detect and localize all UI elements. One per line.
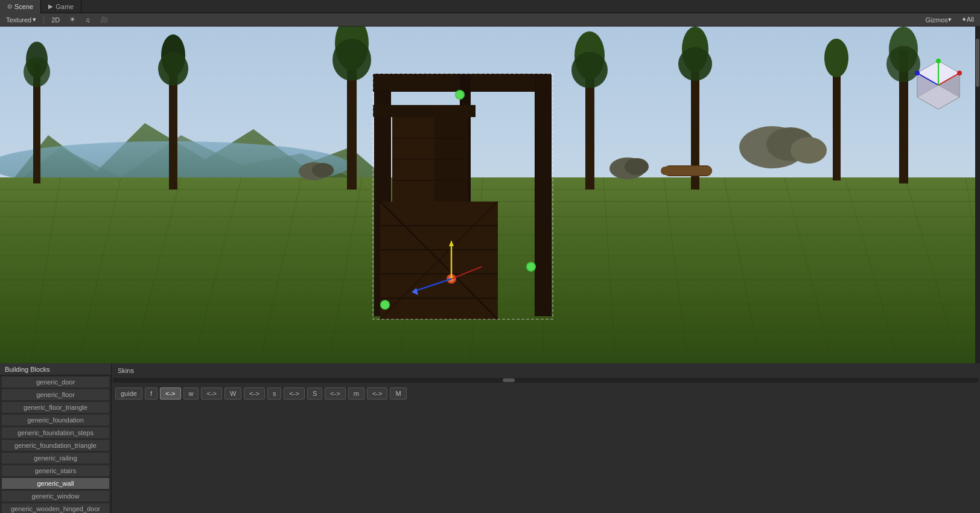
svg-line-27 <box>845 177 899 363</box>
textured-label: Textured <box>6 16 31 24</box>
game-tab-icon: ▶ <box>48 3 53 10</box>
light-btn[interactable]: ☀ <box>67 14 78 25</box>
sidebar-item-generic_window[interactable]: generic_window <box>1 490 110 502</box>
svg-marker-96 <box>917 73 938 97</box>
skin-btn-arrow2[interactable]: <-> <box>201 387 222 400</box>
skin-btn-S[interactable]: S <box>307 387 322 400</box>
svg-rect-59 <box>374 75 391 316</box>
svg-rect-36 <box>347 45 357 190</box>
svg-point-32 <box>24 57 50 87</box>
skin-btn-m[interactable]: m <box>348 387 364 400</box>
gizmos-btn[interactable]: Gizmos ▾ <box>923 14 953 25</box>
view-2d-btn[interactable]: 2D <box>49 14 62 25</box>
textured-dropdown[interactable]: Textured ▾ <box>4 14 39 25</box>
sidebar-header: Building Blocks <box>0 363 111 375</box>
camera-btn[interactable]: 🎥 <box>98 14 111 25</box>
sidebar-item-generic_wall[interactable]: generic_wall <box>1 477 110 489</box>
all-btn[interactable]: ✦All <box>959 14 976 25</box>
svg-marker-82 <box>450 276 453 281</box>
skin-btn-arrow5[interactable]: <-> <box>325 387 346 400</box>
tab-game-label: Game <box>56 3 74 10</box>
svg-point-101 <box>936 59 941 63</box>
sidebar-item-generic_floor_triangle[interactable]: generic_floor_triangle <box>1 401 110 413</box>
sidebar-item-generic_door[interactable]: generic_door <box>1 376 110 388</box>
sidebar-title: Building Blocks <box>5 366 50 373</box>
svg-line-25 <box>724 177 760 363</box>
sidebar-item-generic_foundation[interactable]: generic_foundation <box>1 414 110 426</box>
skin-btn-guide[interactable]: guide <box>115 387 142 400</box>
svg-rect-57 <box>664 165 712 176</box>
scroll-thumb[interactable] <box>503 378 515 382</box>
svg-rect-60 <box>375 75 390 316</box>
tab-scene-label: Scene <box>14 3 33 10</box>
skin-btn-arrow3[interactable]: <-> <box>244 387 265 400</box>
svg-marker-97 <box>938 73 959 97</box>
textured-dropdown-arrow: ▾ <box>33 16 36 24</box>
svg-rect-79 <box>373 74 553 319</box>
audio-icon: ♫ <box>85 16 90 24</box>
scene-svg <box>0 27 980 363</box>
svg-line-18 <box>259 177 302 363</box>
all-label: ✦All <box>961 16 974 24</box>
scroll-track[interactable] <box>113 378 979 383</box>
svg-rect-42 <box>691 51 699 190</box>
svg-line-87 <box>451 267 482 279</box>
svg-rect-61 <box>373 74 551 92</box>
svg-point-40 <box>574 31 605 80</box>
svg-point-43 <box>682 27 708 72</box>
svg-point-55 <box>766 127 815 161</box>
skin-btn-f[interactable]: f <box>145 387 158 400</box>
skin-btn-M[interactable]: M <box>390 387 406 400</box>
skin-btn-s[interactable]: s <box>267 387 282 400</box>
svg-point-81 <box>448 275 455 282</box>
svg-line-16 <box>133 177 181 363</box>
sidebar-item-generic_foundation_steps[interactable]: generic_foundation_steps <box>1 427 110 439</box>
svg-point-51 <box>312 163 334 177</box>
sidebar-item-generic_railing[interactable]: generic_railing <box>1 452 110 464</box>
audio-btn[interactable]: ♫ <box>83 14 92 25</box>
skins-label: Skins <box>118 367 134 374</box>
svg-marker-86 <box>412 288 418 295</box>
camera-icon: 🎥 <box>100 16 109 24</box>
svg-line-19 <box>329 177 362 363</box>
svg-point-35 <box>158 52 188 86</box>
svg-marker-2 <box>0 135 392 196</box>
svg-line-28 <box>905 177 959 363</box>
svg-point-52 <box>609 158 646 179</box>
svg-point-56 <box>791 137 827 164</box>
sidebar: Building Blocks generic_doorgeneric_floo… <box>0 363 112 513</box>
sidebar-list: generic_doorgeneric_floorgeneric_floor_t… <box>0 375 111 513</box>
view-2d-label: 2D <box>51 16 60 24</box>
svg-rect-74 <box>392 117 465 202</box>
skin-btn-arrow4[interactable]: <-> <box>284 387 305 400</box>
skin-btn-w[interactable]: w <box>183 387 199 400</box>
svg-line-73 <box>380 202 498 319</box>
main-content: Skins guidef<->w<->W<->s<->S<->m<->M <box>112 363 980 513</box>
svg-rect-67 <box>380 202 498 319</box>
tab-game[interactable]: ▶ Game <box>41 0 81 13</box>
svg-marker-84 <box>449 240 454 246</box>
svg-marker-1 <box>0 123 392 196</box>
skin-btn-W[interactable]: W <box>224 387 241 400</box>
svg-point-88 <box>455 90 465 100</box>
sidebar-item-generic_wooden_hinged_door[interactable]: generic_wooden_hinged_door <box>1 503 110 513</box>
svg-rect-65 <box>460 74 471 231</box>
skin-btn-arrow1[interactable]: <-> <box>160 387 181 400</box>
svg-point-44 <box>678 47 712 81</box>
sidebar-item-generic_floor[interactable]: generic_floor <box>1 389 110 401</box>
svg-point-80 <box>447 274 456 284</box>
sidebar-item-generic_stairs[interactable]: generic_stairs <box>1 465 110 477</box>
svg-point-50 <box>299 162 329 180</box>
skin-btn-arrow6[interactable]: <-> <box>367 387 388 400</box>
gizmos-arrow: ▾ <box>948 16 952 24</box>
svg-point-37 <box>335 27 369 71</box>
viewport[interactable] <box>0 27 980 363</box>
svg-rect-62 <box>373 75 551 91</box>
svg-rect-39 <box>585 57 594 190</box>
svg-line-98 <box>938 73 959 85</box>
toolbar-right: Gizmos ▾ ✦All <box>923 14 976 25</box>
sidebar-item-generic_foundation_triangle[interactable]: generic_foundation_triangle <box>1 439 110 451</box>
svg-point-38 <box>332 39 371 81</box>
skins-header: Skins <box>112 363 980 378</box>
tab-scene[interactable]: ⊙ Scene <box>0 0 41 13</box>
